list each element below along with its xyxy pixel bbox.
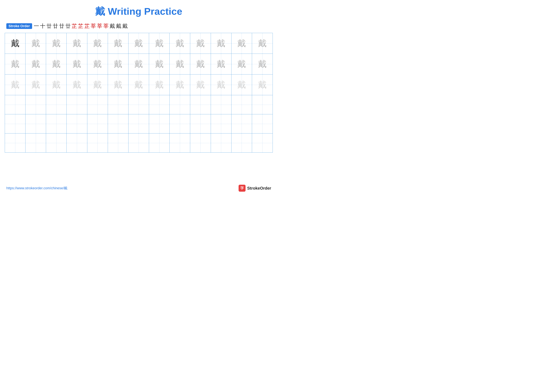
practice-grid-wrapper: 戴 戴 戴 戴 戴 戴 戴 戴 戴 戴 戴 戴 戴 戴 戴 戴 戴 戴 戴 戴 … xyxy=(0,33,278,153)
cell-4-5[interactable] xyxy=(87,95,108,114)
cell-5-12[interactable] xyxy=(232,114,252,133)
cell-2-5[interactable]: 戴 xyxy=(87,54,108,74)
page-title: 戴 Writing Practice xyxy=(0,0,278,21)
cell-6-6[interactable] xyxy=(108,134,128,152)
cell-2-6[interactable]: 戴 xyxy=(108,54,128,74)
logo-text: StrokeOrder xyxy=(247,186,271,191)
cell-2-4[interactable]: 戴 xyxy=(67,54,87,74)
cell-4-11[interactable] xyxy=(211,95,232,114)
cell-char: 戴 xyxy=(114,39,122,48)
cell-2-12[interactable]: 戴 xyxy=(232,54,252,74)
cell-6-5[interactable] xyxy=(87,134,108,152)
cell-3-10[interactable]: 戴 xyxy=(190,74,211,95)
stroke-1: 一 xyxy=(34,22,39,30)
cell-3-7[interactable]: 戴 xyxy=(128,74,149,95)
cell-1-12[interactable]: 戴 xyxy=(232,33,252,54)
cell-2-8[interactable]: 戴 xyxy=(149,54,170,74)
cell-4-9[interactable] xyxy=(170,95,190,114)
cell-5-7[interactable] xyxy=(128,114,149,133)
cell-4-1[interactable] xyxy=(5,95,25,114)
cell-2-11[interactable]: 戴 xyxy=(211,54,232,74)
cell-6-12[interactable] xyxy=(232,134,252,152)
cell-1-1[interactable]: 戴 xyxy=(5,33,25,54)
cell-char: 戴 xyxy=(217,80,225,89)
cell-3-12[interactable]: 戴 xyxy=(232,74,252,95)
cell-3-9[interactable]: 戴 xyxy=(170,74,190,95)
cell-5-8[interactable] xyxy=(149,114,170,133)
cell-1-4[interactable]: 戴 xyxy=(67,33,87,54)
cell-6-9[interactable] xyxy=(170,134,190,152)
logo-icon: 字 xyxy=(239,185,246,192)
grid-row-4 xyxy=(5,95,273,114)
cell-4-3[interactable] xyxy=(46,95,67,114)
cell-1-10[interactable]: 戴 xyxy=(190,33,211,54)
cell-4-4[interactable] xyxy=(67,95,87,114)
cell-3-2[interactable]: 戴 xyxy=(25,74,46,95)
cell-6-1[interactable] xyxy=(5,134,25,152)
cell-3-6[interactable]: 戴 xyxy=(108,74,128,95)
cell-1-2[interactable]: 戴 xyxy=(25,33,46,54)
cell-4-13[interactable] xyxy=(252,95,273,114)
cell-6-7[interactable] xyxy=(128,134,149,152)
cell-6-8[interactable] xyxy=(149,134,170,152)
stroke-2: 十 xyxy=(40,22,45,30)
cell-1-7[interactable]: 戴 xyxy=(128,33,149,54)
cell-4-6[interactable] xyxy=(108,95,128,114)
cell-6-3[interactable] xyxy=(46,134,67,152)
cell-4-2[interactable] xyxy=(25,95,46,114)
cell-5-6[interactable] xyxy=(108,114,128,133)
cell-char: 戴 xyxy=(258,39,267,48)
stroke-12: 莘 xyxy=(103,22,109,30)
practice-grid: 戴 戴 戴 戴 戴 戴 戴 戴 戴 戴 戴 戴 戴 戴 戴 戴 戴 戴 戴 戴 … xyxy=(5,33,273,153)
cell-4-8[interactable] xyxy=(149,95,170,114)
cell-5-9[interactable] xyxy=(170,114,190,133)
cell-2-13[interactable]: 戴 xyxy=(252,54,273,74)
cell-6-4[interactable] xyxy=(67,134,87,152)
cell-1-9[interactable]: 戴 xyxy=(170,33,190,54)
cell-char: 戴 xyxy=(196,39,205,48)
cell-char: 戴 xyxy=(237,60,246,68)
cell-5-2[interactable] xyxy=(25,114,46,133)
grid-row-2: 戴 戴 戴 戴 戴 戴 戴 戴 戴 戴 戴 戴 戴 xyxy=(5,54,273,74)
cell-char: 戴 xyxy=(155,80,164,89)
cell-3-4[interactable]: 戴 xyxy=(67,74,87,95)
cell-2-1[interactable]: 戴 xyxy=(5,54,25,74)
cell-6-13[interactable] xyxy=(252,134,273,152)
cell-4-12[interactable] xyxy=(232,95,252,114)
footer-logo: 字 StrokeOrder xyxy=(239,185,271,192)
cell-2-7[interactable]: 戴 xyxy=(128,54,149,74)
cell-3-3[interactable]: 戴 xyxy=(46,74,67,95)
cell-2-2[interactable]: 戴 xyxy=(25,54,46,74)
grid-row-3: 戴 戴 戴 戴 戴 戴 戴 戴 戴 戴 戴 戴 戴 xyxy=(5,74,273,95)
stroke-7: 芷 xyxy=(72,22,77,30)
stroke-order-row: Stroke Order 一 十 廿 廿 廿 廿 芷 芷 芷 莘 莘 莘 戴 戴… xyxy=(0,21,278,31)
cell-3-5[interactable]: 戴 xyxy=(87,74,108,95)
cell-5-13[interactable] xyxy=(252,114,273,133)
cell-6-10[interactable] xyxy=(190,134,211,152)
cell-4-7[interactable] xyxy=(128,95,149,114)
cell-2-10[interactable]: 戴 xyxy=(190,54,211,74)
cell-1-5[interactable]: 戴 xyxy=(87,33,108,54)
cell-4-10[interactable] xyxy=(190,95,211,114)
cell-2-3[interactable]: 戴 xyxy=(46,54,67,74)
grid-row-5 xyxy=(5,114,273,134)
cell-1-8[interactable]: 戴 xyxy=(149,33,170,54)
cell-5-4[interactable] xyxy=(67,114,87,133)
cell-3-11[interactable]: 戴 xyxy=(211,74,232,95)
cell-6-11[interactable] xyxy=(211,134,232,152)
cell-1-13[interactable]: 戴 xyxy=(252,33,273,54)
cell-3-8[interactable]: 戴 xyxy=(149,74,170,95)
cell-3-1[interactable]: 戴 xyxy=(5,74,25,95)
cell-1-3[interactable]: 戴 xyxy=(46,33,67,54)
cell-1-11[interactable]: 戴 xyxy=(211,33,232,54)
cell-5-11[interactable] xyxy=(211,114,232,133)
cell-1-6[interactable]: 戴 xyxy=(108,33,128,54)
cell-5-5[interactable] xyxy=(87,114,108,133)
cell-5-10[interactable] xyxy=(190,114,211,133)
cell-6-2[interactable] xyxy=(25,134,46,152)
footer-url[interactable]: https://www.strokeorder.com/chinese/戴 xyxy=(6,186,67,191)
cell-3-13[interactable]: 戴 xyxy=(252,74,273,95)
cell-5-3[interactable] xyxy=(46,114,67,133)
cell-5-1[interactable] xyxy=(5,114,25,133)
cell-2-9[interactable]: 戴 xyxy=(170,54,190,74)
